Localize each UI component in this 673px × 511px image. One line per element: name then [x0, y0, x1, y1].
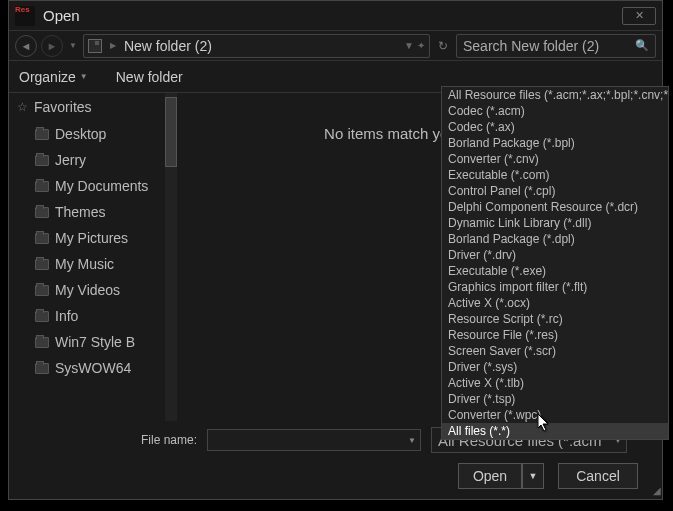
nav-forward-button: ► — [41, 35, 63, 57]
sidebar-item-label: Info — [55, 308, 78, 324]
sidebar-item-label: Desktop — [55, 126, 106, 142]
sidebar-item-label: Win7 Style B — [55, 334, 135, 350]
open-button[interactable]: Open — [458, 463, 522, 489]
filetype-option[interactable]: Delphi Component Resource (*.dcr) — [442, 199, 668, 215]
search-icon: 🔍 — [635, 39, 649, 52]
filetype-option[interactable]: Converter (*.cnv) — [442, 151, 668, 167]
filetype-option[interactable]: Active X (*.tlb) — [442, 375, 668, 391]
sidebar: ☆ Favorites DesktopJerryMy DocumentsThem… — [9, 93, 177, 421]
chevron-down-icon: ▼ — [80, 72, 88, 81]
sidebar-item-label: My Pictures — [55, 230, 128, 246]
filetype-option[interactable]: Dynamic Link Library (*.dll) — [442, 215, 668, 231]
refresh-button[interactable]: ↻ — [438, 39, 448, 53]
scrollbar-thumb[interactable] — [165, 97, 177, 167]
filetype-option[interactable]: Codec (*.acm) — [442, 103, 668, 119]
sidebar-item-label: Jerry — [55, 152, 86, 168]
chevron-right-icon[interactable]: ▶ — [110, 41, 116, 50]
folder-icon — [35, 285, 49, 296]
sidebar-item-label: Themes — [55, 204, 106, 220]
nav-history-dropdown[interactable]: ▼ — [69, 41, 77, 50]
favorites-header[interactable]: ☆ Favorites — [9, 93, 177, 121]
window-title: Open — [43, 7, 622, 24]
filename-input[interactable]: ▼ — [207, 429, 421, 451]
sidebar-item[interactable]: Desktop — [9, 121, 177, 147]
filetype-option[interactable]: Codec (*.ax) — [442, 119, 668, 135]
sidebar-item[interactable]: Jerry — [9, 147, 177, 173]
filetype-option[interactable]: Control Panel (*.cpl) — [442, 183, 668, 199]
folder-icon — [35, 155, 49, 166]
star-icon: ☆ — [17, 100, 28, 114]
filetype-option[interactable]: Active X (*.ocx) — [442, 295, 668, 311]
folder-icon — [35, 181, 49, 192]
filetype-option[interactable]: Resource Script (*.rc) — [442, 311, 668, 327]
folder-icon — [88, 39, 102, 53]
sidebar-item-label: SysWOW64 — [55, 360, 131, 376]
filetype-dropdown[interactable]: All Resource files (*.acm;*.ax;*.bpl;*.c… — [441, 86, 669, 440]
folder-icon — [35, 207, 49, 218]
folder-icon — [35, 363, 49, 374]
sidebar-item[interactable]: My Videos — [9, 277, 177, 303]
chevron-down-icon[interactable]: ▼ — [404, 40, 414, 51]
sidebar-item[interactable]: Info — [9, 303, 177, 329]
search-input[interactable]: Search New folder (2) 🔍 — [456, 34, 656, 58]
folder-icon — [35, 233, 49, 244]
sidebar-item-label: My Music — [55, 256, 114, 272]
cancel-button[interactable]: Cancel — [558, 463, 638, 489]
folder-icon — [35, 129, 49, 140]
sidebar-item-label: My Documents — [55, 178, 148, 194]
filetype-option[interactable]: Converter (*.wpc) — [442, 407, 668, 423]
sidebar-item-label: My Videos — [55, 282, 120, 298]
organize-menu[interactable]: Organize ▼ — [19, 69, 88, 85]
star-icon[interactable]: ✦ — [417, 40, 425, 51]
filetype-option[interactable]: Driver (*.tsp) — [442, 391, 668, 407]
sidebar-item[interactable]: Themes — [9, 199, 177, 225]
close-button[interactable]: ✕ — [622, 7, 656, 25]
filetype-option[interactable]: Borland Package (*.dpl) — [442, 231, 668, 247]
folder-icon — [35, 311, 49, 322]
filetype-option[interactable]: Executable (*.exe) — [442, 263, 668, 279]
sidebar-item[interactable]: My Music — [9, 251, 177, 277]
breadcrumb-location[interactable]: New folder (2) — [124, 38, 212, 54]
open-dropdown-button[interactable]: ▼ — [522, 463, 544, 489]
titlebar: Res Open ✕ — [9, 1, 662, 31]
filetype-option[interactable]: Borland Package (*.bpl) — [442, 135, 668, 151]
filename-label: File name: — [27, 433, 197, 447]
new-folder-button[interactable]: New folder — [116, 69, 183, 85]
navbar: ◄ ► ▼ ▶ New folder (2) ▼✦ ↻ Search New f… — [9, 31, 662, 61]
nav-back-button[interactable]: ◄ — [15, 35, 37, 57]
folder-icon — [35, 337, 49, 348]
sidebar-item[interactable]: My Documents — [9, 173, 177, 199]
breadcrumb[interactable]: ▶ New folder (2) ▼✦ — [83, 34, 430, 58]
resize-grip[interactable]: ◢ — [653, 485, 659, 496]
filetype-option[interactable]: Executable (*.com) — [442, 167, 668, 183]
filetype-option[interactable]: All Resource files (*.acm;*.ax;*.bpl;*.c… — [442, 87, 668, 103]
sidebar-item[interactable]: SysWOW64 — [9, 355, 177, 381]
sidebar-item[interactable]: Win7 Style B — [9, 329, 177, 355]
filetype-option[interactable]: All files (*.*) — [442, 423, 668, 439]
app-icon: Res — [15, 6, 35, 26]
filetype-option[interactable]: Resource File (*.res) — [442, 327, 668, 343]
filetype-option[interactable]: Screen Saver (*.scr) — [442, 343, 668, 359]
filetype-option[interactable]: Graphics import filter (*.flt) — [442, 279, 668, 295]
chevron-down-icon[interactable]: ▼ — [408, 436, 416, 445]
filetype-option[interactable]: Driver (*.sys) — [442, 359, 668, 375]
filetype-option[interactable]: Driver (*.drv) — [442, 247, 668, 263]
sidebar-item[interactable]: My Pictures — [9, 225, 177, 251]
search-placeholder: Search New folder (2) — [463, 38, 599, 54]
folder-icon — [35, 259, 49, 270]
